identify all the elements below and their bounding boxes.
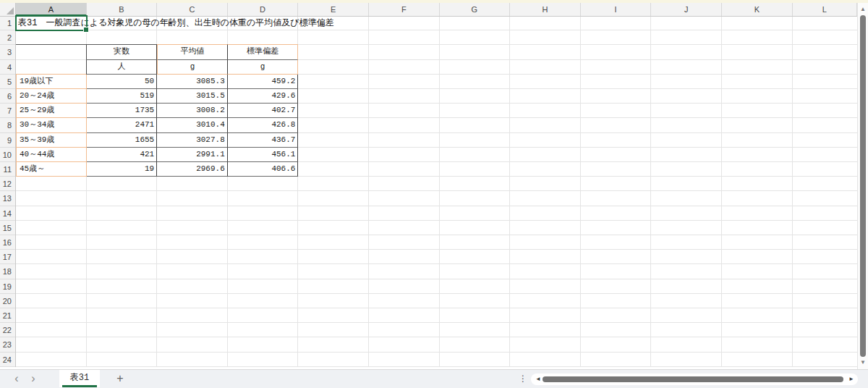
- row-header-2[interactable]: 2: [0, 30, 15, 45]
- row-header-4[interactable]: 4: [0, 60, 15, 75]
- row-header-11[interactable]: 11: [0, 162, 15, 177]
- scroll-down-icon[interactable]: ▼: [858, 358, 868, 367]
- cell-c5[interactable]: 3085.3: [157, 75, 228, 89]
- row-header-21[interactable]: 21: [0, 308, 15, 323]
- column-header-d[interactable]: D: [228, 3, 299, 16]
- row-header-3[interactable]: 3: [0, 45, 15, 59]
- sheet-tab-label: 表31: [70, 373, 89, 383]
- column-header-row: ABCDEFGHIJKL: [0, 3, 857, 17]
- row-header-23[interactable]: 23: [0, 337, 15, 352]
- horizontal-scrollbar[interactable]: ◄ ►: [531, 374, 858, 385]
- column-header-e[interactable]: E: [298, 3, 369, 16]
- active-tab-underline: [62, 385, 97, 387]
- scroll-up-icon[interactable]: ▲: [858, 5, 868, 14]
- cell-c3[interactable]: 平均値: [157, 44, 228, 59]
- cell-b3[interactable]: 実数: [86, 44, 158, 59]
- column-header-g[interactable]: G: [440, 3, 511, 16]
- cell-b10[interactable]: 421: [87, 148, 158, 162]
- next-sheet-button[interactable]: ›: [26, 370, 41, 388]
- sheet-tab-bar: ‹ › 表31 + ⋮ ◄ ►: [0, 369, 868, 388]
- cell-d4[interactable]: g: [228, 60, 299, 75]
- spreadsheet-app: ABCDEFGHIJKL 123456789101112131415161718…: [0, 0, 868, 388]
- cell-c9[interactable]: 3027.8: [157, 133, 228, 148]
- cell-d10[interactable]: 456.1: [228, 148, 299, 162]
- add-sheet-button[interactable]: +: [112, 370, 128, 388]
- column-header-c[interactable]: C: [157, 3, 228, 16]
- cell-b11[interactable]: 19: [87, 162, 158, 177]
- cell-c10[interactable]: 2991.1: [157, 148, 228, 162]
- row-header-12[interactable]: 12: [0, 177, 15, 191]
- cell-d11[interactable]: 406.6: [228, 162, 299, 177]
- row-header-5[interactable]: 5: [0, 75, 15, 89]
- row-header-15[interactable]: 15: [0, 221, 15, 235]
- cell-d7[interactable]: 402.7: [228, 104, 299, 118]
- cell-d3[interactable]: 標準偏差: [228, 44, 299, 59]
- column-header-f[interactable]: F: [369, 3, 440, 16]
- cell-c8[interactable]: 3010.4: [157, 118, 228, 132]
- sheet-tab-active[interactable]: 表31: [59, 370, 100, 387]
- select-all-triangle-icon: [7, 7, 14, 14]
- row-header-column: 123456789101112131415161718192021222324: [0, 16, 16, 367]
- row-header-17[interactable]: 17: [0, 250, 15, 264]
- row-header-24[interactable]: 24: [0, 353, 15, 367]
- cell-b8[interactable]: 2471: [87, 118, 158, 132]
- cell-a11[interactable]: 45歳～: [16, 162, 87, 177]
- cell-d5[interactable]: 459.2: [228, 75, 299, 89]
- cell-a5[interactable]: 19歳以下: [16, 75, 87, 89]
- cell-c11[interactable]: 2969.6: [157, 162, 228, 177]
- cell-c4[interactable]: g: [157, 60, 228, 75]
- column-header-l[interactable]: L: [793, 3, 857, 16]
- cell-b9[interactable]: 1655: [87, 133, 158, 148]
- prev-sheet-button[interactable]: ‹: [9, 370, 24, 388]
- row-header-14[interactable]: 14: [0, 206, 15, 221]
- selection-box[interactable]: [15, 15, 88, 31]
- row-header-8[interactable]: 8: [0, 118, 15, 132]
- row-header-7[interactable]: 7: [0, 104, 15, 118]
- cell-c6[interactable]: 3015.5: [157, 89, 228, 104]
- scroll-right-icon[interactable]: ►: [846, 374, 856, 385]
- cell-a3-a4[interactable]: [16, 44, 87, 74]
- row-header-22[interactable]: 22: [0, 323, 15, 337]
- column-header-b[interactable]: B: [87, 3, 158, 16]
- cell-d8[interactable]: 426.8: [228, 118, 299, 132]
- fill-handle[interactable]: [83, 27, 89, 33]
- row-header-9[interactable]: 9: [0, 133, 15, 148]
- row-header-18[interactable]: 18: [0, 264, 15, 279]
- column-header-h[interactable]: H: [510, 3, 581, 16]
- row-header-6[interactable]: 6: [0, 89, 15, 104]
- cell-b7[interactable]: 1735: [87, 104, 158, 118]
- column-header-i[interactable]: I: [581, 3, 652, 16]
- row-header-19[interactable]: 19: [0, 279, 15, 294]
- row-header-1[interactable]: 1: [0, 16, 15, 30]
- row-header-10[interactable]: 10: [0, 148, 15, 162]
- cell-a9[interactable]: 35～39歳: [16, 133, 87, 148]
- cell-a8[interactable]: 30～34歳: [16, 118, 87, 132]
- cell-b6[interactable]: 519: [87, 89, 158, 104]
- vertical-scrollbar-thumb[interactable]: [860, 15, 866, 357]
- scrollbar-drag-handle-icon[interactable]: ⋮: [518, 370, 528, 388]
- cell-a10[interactable]: 40～44歳: [16, 148, 87, 162]
- cell-a6[interactable]: 20～24歳: [16, 89, 87, 104]
- vertical-scrollbar[interactable]: ▲ ▼: [857, 3, 868, 369]
- cell-c7[interactable]: 3008.2: [157, 104, 228, 118]
- horizontal-scrollbar-thumb[interactable]: [542, 376, 843, 382]
- row-header-16[interactable]: 16: [0, 235, 15, 250]
- column-header-k[interactable]: K: [722, 3, 793, 16]
- row-header-13[interactable]: 13: [0, 191, 15, 206]
- select-all-button[interactable]: [0, 3, 16, 16]
- cell-d6[interactable]: 429.6: [228, 89, 299, 104]
- cell-d9[interactable]: 436.7: [228, 133, 299, 148]
- cell-a7[interactable]: 25～29歳: [16, 104, 87, 118]
- cell-b5[interactable]: 50: [87, 75, 158, 89]
- row-header-20[interactable]: 20: [0, 294, 15, 308]
- cell-b4[interactable]: 人: [86, 60, 158, 75]
- column-header-a[interactable]: A: [16, 3, 87, 16]
- scroll-left-icon[interactable]: ◄: [533, 374, 543, 385]
- column-header-j[interactable]: J: [651, 3, 722, 16]
